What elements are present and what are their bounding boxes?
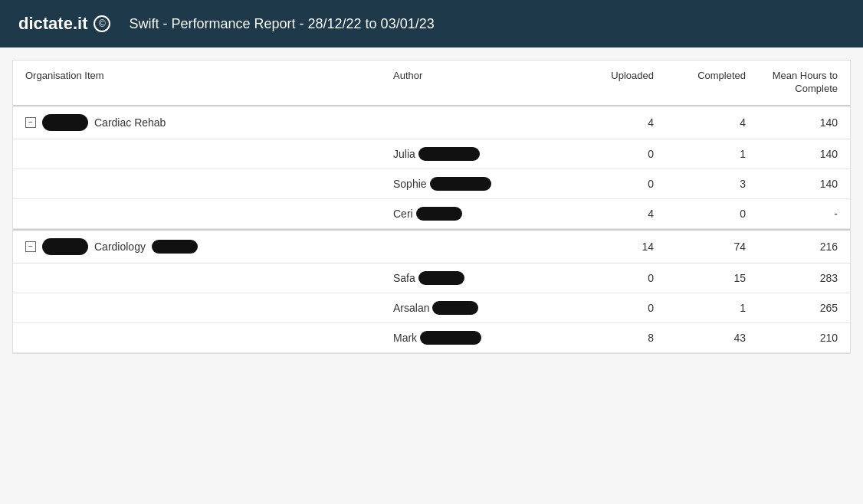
detail-mean-julia: 140: [746, 148, 838, 160]
collapse-icon-cardiology[interactable]: −: [25, 241, 36, 252]
detail-uploaded-arsalan: 0: [562, 302, 654, 314]
detail-uploaded-mark: 8: [562, 332, 654, 344]
redacted-name-1: [42, 114, 88, 131]
detail-uploaded-safa: 0: [562, 272, 654, 284]
detail-completed-ceri: 0: [654, 208, 746, 220]
logo-text: dictate.it: [18, 14, 87, 34]
group-uploaded-cardiology: 14: [562, 241, 654, 253]
group-row-cardiology: − Cardiology 14 74 216: [13, 229, 850, 263]
report-title: Swift - Performance Report - 28/12/22 to…: [129, 16, 434, 32]
group-name-cardiac-rehab: Cardiac Rehab: [94, 116, 166, 129]
group-mean-cardiology: 216: [746, 241, 838, 253]
group-row-cardiac-rehab: − Cardiac Rehab 4 4 140: [13, 106, 850, 139]
collapse-icon-cardiac-rehab[interactable]: −: [25, 117, 36, 128]
detail-completed-sophie: 3: [654, 178, 746, 190]
detail-author-safa: Safa: [393, 271, 562, 285]
detail-mean-safa: 283: [746, 272, 838, 284]
table-header: Organisation Item Author Uploaded Comple…: [13, 61, 850, 106]
group-label-cardiology: − Cardiology: [25, 238, 393, 255]
detail-author-julia: Julia: [393, 147, 562, 161]
col-author: Author: [393, 70, 562, 96]
main-content: Organisation Item Author Uploaded Comple…: [12, 60, 851, 354]
redacted-mark: [420, 331, 481, 345]
detail-uploaded-sophie: 0: [562, 178, 654, 190]
redacted-cardiology-suffix: [152, 240, 198, 254]
group-uploaded-cardiac-rehab: 4: [562, 116, 654, 129]
detail-completed-julia: 1: [654, 148, 746, 160]
detail-row-arsalan: Arsalan 0 1 265: [13, 293, 850, 323]
col-completed: Completed: [654, 70, 746, 96]
detail-row-sophie: Sophie 0 3 140: [13, 169, 850, 199]
detail-uploaded-julia: 0: [562, 148, 654, 160]
detail-author-mark: Mark: [393, 331, 562, 345]
detail-row-ceri: Ceri 4 0 -: [13, 199, 850, 229]
detail-completed-mark: 43: [654, 332, 746, 344]
group-completed-cardiology: 74: [654, 241, 746, 253]
detail-mean-arsalan: 265: [746, 302, 838, 314]
logo-icon: ©: [94, 15, 110, 32]
detail-uploaded-ceri: 4: [562, 208, 654, 220]
group-mean-cardiac-rehab: 140: [746, 116, 838, 129]
detail-author-sophie: Sophie: [393, 177, 562, 191]
performance-table: Organisation Item Author Uploaded Comple…: [13, 61, 850, 353]
detail-row-julia: Julia 0 1 140: [13, 139, 850, 169]
col-uploaded: Uploaded: [562, 70, 654, 96]
detail-completed-safa: 15: [654, 272, 746, 284]
detail-author-arsalan: Arsalan: [393, 301, 562, 315]
detail-mean-mark: 210: [746, 332, 838, 344]
detail-row-mark: Mark 8 43 210: [13, 323, 850, 353]
redacted-ceri: [416, 207, 462, 221]
col-mean-hours: Mean Hours to Complete: [746, 70, 838, 96]
redacted-name-2: [42, 238, 88, 255]
app-header: dictate.it © Swift - Performance Report …: [0, 0, 863, 47]
redacted-safa: [418, 271, 464, 285]
redacted-arsalan: [432, 301, 478, 315]
detail-row-safa: Safa 0 15 283: [13, 263, 850, 293]
detail-author-ceri: Ceri: [393, 207, 562, 221]
group-label-cardiac-rehab: − Cardiac Rehab: [25, 114, 393, 131]
detail-completed-arsalan: 1: [654, 302, 746, 314]
logo-area: dictate.it ©: [18, 14, 110, 34]
group-name-cardiology: Cardiology: [94, 241, 146, 253]
detail-mean-ceri: -: [746, 208, 838, 220]
detail-mean-sophie: 140: [746, 178, 838, 190]
col-org-item: Organisation Item: [25, 70, 393, 96]
redacted-julia: [418, 147, 480, 161]
group-completed-cardiac-rehab: 4: [654, 116, 746, 129]
redacted-sophie: [430, 177, 491, 191]
